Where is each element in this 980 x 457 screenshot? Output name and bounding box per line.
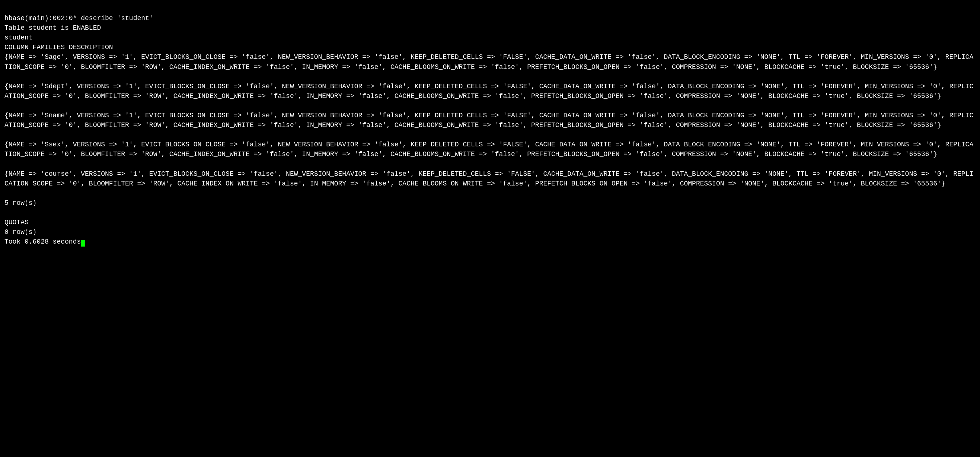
terminal-line: Table student is ENABLED [5, 23, 975, 33]
empty-line [5, 101, 975, 110]
terminal-line: {NAME => 'Sdept', VERSIONS => '1', EVICT… [5, 81, 975, 101]
empty-line [5, 130, 975, 140]
terminal-line: {NAME => 'Sage', VERSIONS => '1', EVICT_… [5, 52, 975, 72]
terminal-line: COLUMN FAMILIES DESCRIPTION [5, 42, 975, 52]
empty-line [5, 72, 975, 81]
terminal-output: hbase(main):002:0* describe 'student'Tab… [5, 4, 975, 246]
terminal-line: Took 0.6028 seconds [5, 237, 975, 246]
terminal-line: QUOTAS [5, 217, 975, 227]
terminal-line: 0 row(s) [5, 227, 975, 237]
terminal-line: {NAME => 'Sname', VERSIONS => '1', EVICT… [5, 110, 975, 130]
terminal-line: student [5, 33, 975, 42]
terminal-line: hbase(main):002:0* describe 'student' [5, 13, 975, 23]
empty-line [5, 208, 975, 217]
empty-line [5, 189, 975, 198]
terminal-line: {NAME => 'Ssex', VERSIONS => '1', EVICT_… [5, 140, 975, 159]
terminal-line: 5 row(s) [5, 198, 975, 208]
empty-line [5, 160, 975, 169]
terminal-line: {NAME => 'course', VERSIONS => '1', EVIC… [5, 169, 975, 189]
terminal-cursor [81, 240, 85, 246]
